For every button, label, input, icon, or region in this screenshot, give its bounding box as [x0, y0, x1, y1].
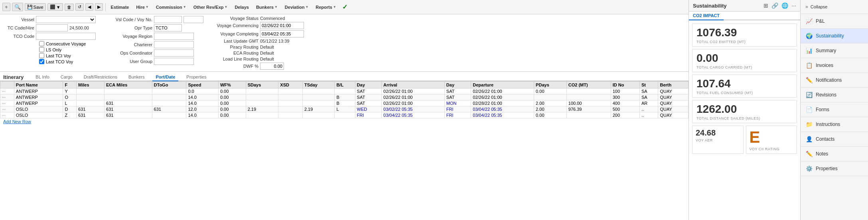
deviation-label: Deviation: [285, 5, 305, 10]
save-button[interactable]: 💾 Save: [25, 3, 46, 11]
refresh-button[interactable]: ↺: [75, 3, 84, 11]
tc-code-input[interactable]: [36, 24, 68, 31]
sidebar-item-summary[interactable]: 📊 Summary: [801, 43, 868, 58]
col-port-name[interactable]: Port Name: [14, 82, 63, 88]
last-tci-checkbox[interactable]: [39, 53, 44, 58]
sidebar-item-notifications[interactable]: ✏️ Notifications: [801, 73, 868, 88]
col-arrival[interactable]: Arrival: [382, 82, 445, 88]
row-dots[interactable]: ···: [0, 94, 14, 100]
row-dots[interactable]: ···: [0, 112, 14, 118]
col-eca-miles[interactable]: ECA Miles: [105, 82, 152, 88]
hire-menu[interactable]: Hire ▼: [133, 4, 151, 11]
commission-menu[interactable]: Commission ▼: [153, 4, 189, 11]
row-sdays: [246, 94, 278, 100]
col-dtogo[interactable]: DToGo: [152, 82, 186, 88]
tab-port-date[interactable]: Port/Date: [152, 73, 178, 81]
sidebar-item-properties[interactable]: ⚙️ Properties: [801, 161, 868, 176]
col-bl[interactable]: B/L: [335, 82, 355, 88]
col-departure[interactable]: Departure: [471, 82, 534, 88]
tab-bl-info[interactable]: BL Info: [32, 73, 52, 81]
vsl-code-input[interactable]: [154, 16, 182, 23]
back-button[interactable]: ◀: [85, 3, 93, 11]
col-xsd[interactable]: XSD: [278, 82, 303, 88]
tab-properties[interactable]: Properties: [183, 73, 209, 81]
collapse-item[interactable]: » Collapse: [801, 0, 868, 14]
dwf-input[interactable]: 0.00: [260, 63, 284, 70]
bunkers-menu[interactable]: Bunkers ▼: [253, 4, 280, 11]
globe-icon[interactable]: 🌐: [781, 2, 788, 9]
col-f[interactable]: F: [63, 82, 77, 88]
col-berth[interactable]: Berth: [658, 82, 688, 88]
col-dep-day[interactable]: Day: [444, 82, 471, 88]
voy-no-input[interactable]: [183, 16, 203, 23]
reports-arrow: ▼: [333, 5, 336, 9]
delete-button[interactable]: 🗑: [65, 4, 74, 11]
tco-code-input[interactable]: [36, 33, 96, 40]
delays-menu[interactable]: Delays: [232, 4, 251, 11]
itinerary-table-container: Port Name F Miles ECA Miles DToGo Speed …: [0, 81, 688, 220]
reports-menu[interactable]: Reports ▼: [313, 4, 339, 11]
row-dtogo: [152, 100, 186, 106]
col-id-no[interactable]: ID No: [611, 82, 639, 88]
fuel-label: TOTAL FUEL CONSUMED (MT): [696, 91, 793, 95]
tab-bunkers[interactable]: Bunkers: [125, 73, 148, 81]
tab-cargo[interactable]: Cargo: [57, 73, 76, 81]
row-departure: 02/26/22 01:00: [471, 94, 534, 100]
sidebar-item-contacts[interactable]: 👤 Contacts: [801, 132, 868, 147]
sidebar-item-invoices[interactable]: 📋 Invoices: [801, 58, 868, 73]
sidebar-item-revisions[interactable]: 🔄 Revisions: [801, 88, 868, 102]
aer-label: VOY AER: [696, 138, 740, 142]
col-pdays[interactable]: PDays: [534, 82, 567, 88]
estimate-menu[interactable]: Estimate: [108, 4, 132, 11]
row-dots[interactable]: ···: [0, 88, 14, 94]
ops-coordinator-input[interactable]: [154, 49, 194, 57]
col-tsday[interactable]: TSday: [302, 82, 334, 88]
col-speed[interactable]: Speed: [186, 82, 218, 88]
last-update-value: 05/12/22 13:39: [260, 39, 289, 43]
add-new-row-link[interactable]: Add New Row: [2, 118, 33, 125]
opr-type-input[interactable]: [154, 24, 182, 31]
charterer-row: Charterer: [108, 41, 204, 48]
col-wf[interactable]: WF%: [218, 82, 246, 88]
row-speed: 14.0: [186, 94, 218, 100]
charterer-input[interactable]: [154, 41, 194, 48]
voyage-commencing-input[interactable]: 02/26/22 01:00: [260, 22, 304, 29]
row-departure: 03/04/22 05:35: [471, 106, 534, 112]
row-xsd: [278, 100, 303, 106]
deviation-menu[interactable]: Deviation ▼: [282, 4, 311, 11]
col-arr-day[interactable]: Day: [355, 82, 381, 88]
voyage-region-input[interactable]: [154, 33, 194, 40]
load-line-value: Default: [260, 57, 274, 61]
more-options-icon[interactable]: ···: [791, 2, 796, 9]
sidebar-item-notes[interactable]: ✏️ Notes: [801, 147, 868, 161]
co2-card: 1076.39 TOTAL CO2 EMITTED (MT): [692, 24, 797, 47]
other-rev-menu[interactable]: Other Rev/Exp ▼: [191, 4, 231, 11]
last-tco-checkbox[interactable]: [39, 59, 44, 64]
grid-icon[interactable]: ⊞: [763, 2, 768, 9]
col-st[interactable]: St: [639, 82, 658, 88]
vessel-select[interactable]: [36, 16, 96, 23]
row-dots[interactable]: ···: [0, 100, 14, 106]
tab-draft-restrictions[interactable]: Draft/Restrictions: [81, 73, 120, 81]
user-group-input[interactable]: [154, 58, 194, 65]
ls-only-checkbox[interactable]: [39, 47, 44, 52]
col-co2[interactable]: CO2 (MT): [566, 82, 611, 88]
sidebar-item-sustainability[interactable]: 🌍 Sustainability: [801, 29, 868, 43]
row-dots[interactable]: ···: [0, 106, 14, 112]
forward-button[interactable]: ▶: [95, 3, 103, 11]
voyage-completing-input[interactable]: 03/04/22 05:35: [260, 30, 304, 37]
sidebar-item-forms[interactable]: 📄 Forms: [801, 102, 868, 117]
consecutive-voyage-checkbox[interactable]: [39, 41, 44, 46]
col-sdays[interactable]: SDays: [246, 82, 278, 88]
table-row: ··· ANTWERP O 14.0 0.00 B SAT 02/26/22 0…: [0, 94, 688, 100]
tab-co2-impact[interactable]: CO2 IMPACT: [689, 12, 724, 20]
row-arrival: 03/04/22 05:35: [382, 112, 445, 118]
add-button[interactable]: +: [2, 3, 10, 11]
sidebar-item-instructions[interactable]: 📁 Instructions: [801, 117, 868, 132]
layout-button[interactable]: ⬛ ▼: [47, 3, 63, 11]
sidebar-item-pl[interactable]: 📈 P&L: [801, 14, 868, 29]
search-button[interactable]: 🔍: [12, 3, 23, 11]
cii-card: E VOY CII RATING: [746, 126, 797, 154]
col-miles[interactable]: Miles: [77, 82, 105, 88]
link-icon[interactable]: 🔗: [771, 2, 778, 9]
